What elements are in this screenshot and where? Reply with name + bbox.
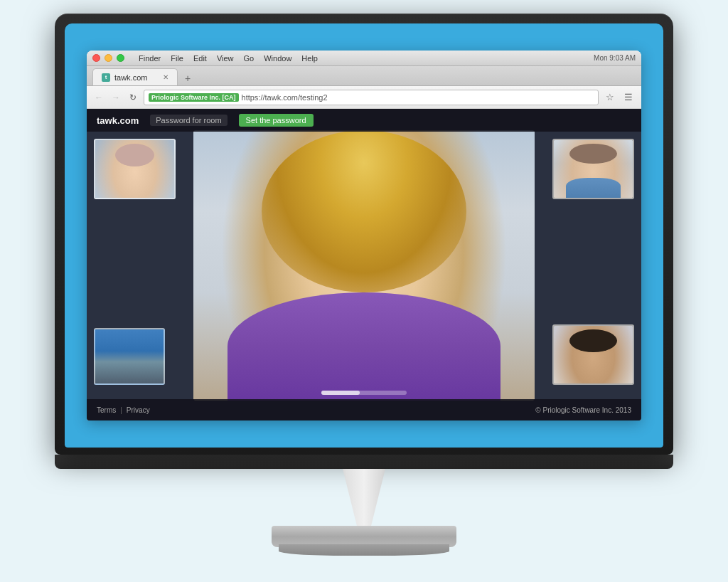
menu-icon[interactable]: ☰ [621,90,636,105]
menu-window[interactable]: Window [264,54,291,63]
bookmark-icon[interactable]: ☆ [603,90,617,105]
reload-button[interactable]: ↻ [127,91,139,104]
traffic-lights [92,54,124,62]
browser-tab[interactable]: t tawk.com ✕ [92,68,178,85]
minimize-button[interactable] [105,54,112,62]
footer-left: Terms | Privacy [97,406,150,414]
set-password-button[interactable]: Set the password [239,114,314,127]
monitor-chin [55,455,673,469]
menu-edit[interactable]: Edit [193,54,207,63]
back-button[interactable]: ← [92,91,105,104]
clock: Mon 9:03 AM [594,54,636,62]
address-text: https://tawk.com/testing2 [242,93,328,102]
website-content: tawk.com Password for room Set the passw… [87,109,641,420]
forward-button[interactable]: → [109,91,122,104]
thumbnail-bottom-left [94,328,165,385]
titlebar: Finder File Edit View Go Window Help Mon… [87,51,641,66]
maximize-button[interactable] [117,54,124,62]
tab-bar: t tawk.com ✕ + [87,66,641,86]
video-area [87,132,641,399]
titlebar-menu: Finder File Edit View Go Window Help [139,54,318,63]
menu-help[interactable]: Help [301,54,318,63]
thumbnail-top-left [94,139,176,199]
main-video [193,130,535,401]
video-progress-fill [321,391,360,395]
monitor-bezel: Finder File Edit View Go Window Help Mon… [65,23,663,448]
tawk-logo: tawk.com [97,115,139,126]
monitor-outer: Finder File Edit View Go Window Help Mon… [55,14,673,455]
footer-privacy[interactable]: Privacy [127,406,150,414]
menu-finder[interactable]: Finder [139,54,161,63]
stand-base-bottom [279,544,449,556]
tab-label: tawk.com [114,73,147,82]
browser-window: Finder File Edit View Go Window Help Mon… [87,51,641,420]
menu-view[interactable]: View [217,54,234,63]
address-right-icons: ☆ ☰ [603,90,636,105]
ssl-badge: Priologic Software Inc. [CA] [149,93,239,102]
tawk-header: tawk.com Password for room Set the passw… [87,109,641,132]
tab-close-icon[interactable]: ✕ [163,73,168,81]
footer-copyright: © Priologic Software Inc. 2013 [535,406,631,414]
close-button[interactable] [92,54,100,62]
footer-separator: | [120,406,122,414]
monitor-base [55,455,673,556]
participant-thumb-1 [95,140,174,198]
stand-neck [328,469,400,526]
menu-go[interactable]: Go [244,54,255,63]
new-tab-button[interactable]: + [181,71,195,85]
address-bar: ← → ↻ Priologic Software Inc. [CA] https… [87,86,641,109]
main-participant [193,130,535,401]
password-room-label: Password for room [150,115,227,126]
address-field[interactable]: Priologic Software Inc. [CA] https://taw… [144,90,599,105]
participant-thumb-3 [554,326,633,383]
website-footer: Terms | Privacy © Priologic Software Inc… [87,399,641,420]
screen-blue-bg: Finder File Edit View Go Window Help Mon… [65,23,663,448]
menu-file[interactable]: File [171,54,183,63]
monitor-wrapper: Finder File Edit View Go Window Help Mon… [55,14,673,568]
thumbnail-top-right [552,139,634,199]
participant-thumb-2 [554,140,633,198]
tab-favicon: t [102,73,110,82]
footer-terms[interactable]: Terms [97,406,116,414]
video-progress-bar [321,391,407,395]
thumbnail-bottom-right [552,324,634,385]
